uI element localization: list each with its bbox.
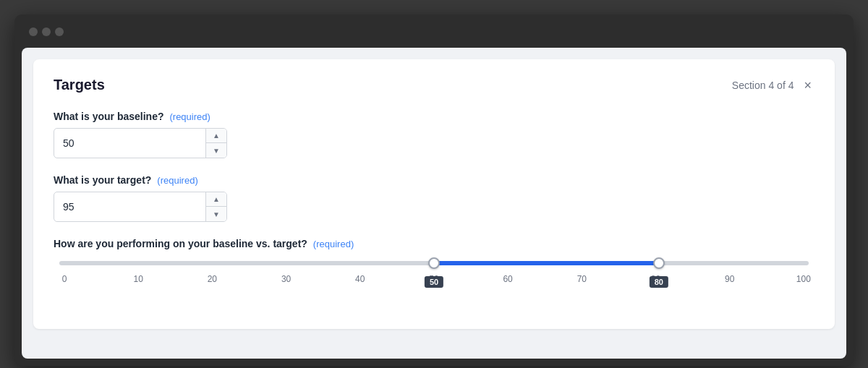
tick-20: 20: [201, 274, 223, 284]
target-input[interactable]: [54, 192, 205, 221]
tick-10: 10: [127, 274, 149, 284]
slider-track: 50 80: [59, 261, 809, 265]
slider-handle-start[interactable]: 50: [428, 257, 440, 269]
slider-end-label: 80: [650, 276, 668, 288]
content-area: Targets Section 4 of 4 × What is your ba…: [22, 48, 846, 359]
baseline-input-wrapper: ▲ ▼: [54, 128, 227, 158]
app-window: Targets Section 4 of 4 × What is your ba…: [14, 14, 854, 366]
card-title: Targets: [54, 77, 105, 93]
slider-handle-end[interactable]: 80: [653, 257, 665, 269]
baseline-increment[interactable]: ▲: [206, 129, 226, 143]
card-header: Targets Section 4 of 4 ×: [54, 77, 814, 93]
close-dot: [29, 27, 38, 36]
baseline-spinners: ▲ ▼: [205, 129, 226, 158]
target-label: What is your target? (required): [54, 174, 814, 186]
slider-fill: [434, 261, 659, 265]
performance-label: How are you performing on your baseline …: [54, 238, 814, 249]
performance-required: (required): [313, 239, 354, 249]
tick-0: 0: [54, 274, 75, 284]
close-button[interactable]: ×: [801, 77, 814, 93]
tick-60: 60: [497, 274, 519, 284]
tick-100: 100: [793, 274, 814, 284]
tick-70: 70: [571, 274, 592, 284]
target-increment[interactable]: ▲: [206, 192, 226, 207]
titlebar: [22, 22, 846, 42]
tick-90: 90: [719, 274, 741, 284]
maximize-dot: [55, 27, 64, 36]
targets-card: Targets Section 4 of 4 × What is your ba…: [33, 59, 835, 329]
baseline-label: What is your baseline? (required): [54, 111, 814, 122]
slider-start-label: 50: [425, 276, 443, 288]
target-spinners: ▲ ▼: [205, 192, 226, 221]
target-input-wrapper: ▲ ▼: [54, 192, 227, 222]
section-info: Section 4 of 4 ×: [732, 77, 814, 93]
target-required: (required): [157, 175, 197, 186]
minimize-dot: [42, 27, 51, 36]
baseline-input[interactable]: [54, 129, 205, 158]
section-label: Section 4 of 4: [732, 80, 794, 91]
target-field-group: What is your target? (required) ▲ ▼: [54, 174, 814, 222]
baseline-required: (required): [169, 111, 210, 122]
target-decrement[interactable]: ▼: [206, 207, 226, 221]
baseline-decrement[interactable]: ▼: [206, 143, 226, 158]
slider-container: 50 80 0 10 20 30 40 50 60: [54, 261, 814, 306]
window-controls: [29, 27, 64, 36]
performance-section: How are you performing on your baseline …: [54, 238, 814, 306]
tick-40: 40: [349, 274, 371, 284]
baseline-field-group: What is your baseline? (required) ▲ ▼: [54, 111, 814, 158]
tick-30: 30: [276, 274, 297, 284]
